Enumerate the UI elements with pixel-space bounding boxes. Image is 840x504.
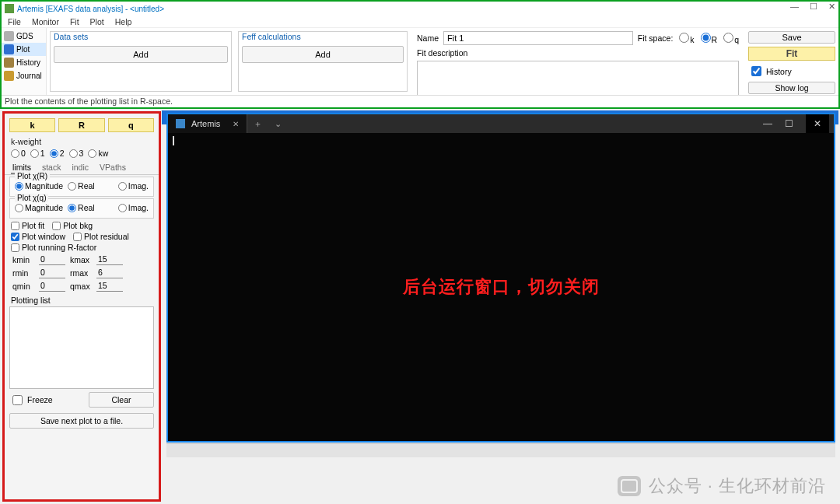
menu-help[interactable]: Help — [115, 17, 132, 26]
history-checkbox[interactable]: History — [748, 64, 835, 79]
minimize-icon[interactable]: — — [790, 2, 799, 12]
fitspace-label: Fit space: — [638, 33, 674, 43]
chk-plotwin[interactable]: Plot window — [11, 232, 65, 241]
plot-k-button[interactable]: k — [9, 118, 55, 132]
plot-icon — [4, 44, 14, 54]
sidebar-label-journal: Journal — [16, 72, 42, 80]
freeze-checkbox[interactable]: Freeze — [9, 393, 53, 408]
plot-q-button[interactable]: q — [108, 118, 154, 132]
console-tab-label: Artemis — [191, 119, 220, 128]
chk-plotres[interactable]: Plot residual — [73, 232, 129, 241]
qmin-input[interactable] — [39, 280, 65, 292]
console-dropdown-icon[interactable]: ⌄ — [268, 119, 288, 129]
datasets-add-button[interactable]: Add — [54, 46, 228, 63]
rmax-label: rmax — [70, 268, 92, 278]
qmax-input[interactable] — [96, 280, 123, 292]
sidebar-item-gds[interactable]: GDS — [2, 30, 46, 43]
menubar: File Monitor Fit Plot Help — [2, 16, 838, 28]
plotting-list-title: Plotting list — [5, 292, 159, 306]
chk-plotbkg[interactable]: Plot bkg — [52, 221, 93, 230]
feff-add-button[interactable]: Add — [242, 46, 404, 63]
console-tab-icon — [176, 119, 185, 128]
kw-3[interactable]: 3 — [69, 149, 84, 158]
qmin-label: qmin — [12, 282, 34, 291]
rmin-input[interactable] — [39, 267, 65, 278]
kweight-label: k-weight — [11, 137, 152, 146]
chiq-imag[interactable]: Imag. — [118, 203, 149, 212]
menu-monitor[interactable]: Monitor — [32, 17, 59, 26]
journal-icon — [4, 71, 14, 81]
tab-vpaths[interactable]: VPaths — [98, 162, 128, 174]
fitspace-r[interactable]: R — [698, 33, 718, 44]
menu-plot[interactable]: Plot — [90, 17, 104, 26]
menu-fit[interactable]: Fit — [70, 17, 79, 26]
plot-panel: k R q k-weight 0 1 2 3 kw limits stack i… — [2, 111, 161, 502]
fitspace-k[interactable]: k — [676, 33, 694, 44]
kw-2[interactable]: 2 — [50, 149, 65, 158]
fit-button[interactable]: Fit — [748, 47, 835, 61]
chi-q-group: Plot χ(q) Magnitude Real Imag. — [9, 198, 154, 219]
chir-mag[interactable]: Magnitude — [15, 181, 63, 191]
sidebar-label-plot: Plot — [16, 45, 30, 54]
close-icon[interactable]: ✕ — [828, 2, 835, 12]
artemis-main-window: Artemis [EXAFS data analysis] - <untitle… — [0, 0, 840, 109]
clear-button[interactable]: Clear — [89, 392, 154, 408]
fit-name-input[interactable] — [443, 31, 633, 45]
feff-pane: Feff calculations Add — [238, 31, 408, 92]
app-icon — [5, 4, 14, 13]
titlebar: Artemis [EXAFS data analysis] - <untitle… — [2, 2, 838, 16]
console-titlebar[interactable]: Artemis ✕ ＋ ⌄ — ☐ ✕ — [168, 114, 834, 133]
taskbar-strip — [166, 443, 835, 457]
console-maximize-icon[interactable]: ☐ — [785, 114, 793, 133]
kw-kw[interactable]: kw — [88, 149, 108, 158]
rmin-label: rmin — [12, 268, 34, 278]
fit-desc-textarea[interactable] — [417, 61, 739, 98]
chir-imag[interactable]: Imag. — [118, 181, 149, 191]
console-new-tab-icon[interactable]: ＋ — [247, 118, 268, 130]
showlog-button[interactable]: Show log — [748, 82, 835, 94]
window-title: Artemis [EXAFS data analysis] - <untitle… — [17, 5, 164, 13]
chiq-real[interactable]: Real — [68, 203, 95, 212]
fit-info-area: Name Fit space: k R q Fit description — [411, 28, 745, 95]
chi-q-title: Plot χ(q) — [15, 194, 48, 202]
sidebar-label-gds: GDS — [16, 32, 33, 40]
console-tab[interactable]: Artemis ✕ — [168, 114, 247, 133]
console-warning-text: 后台运行窗口，切勿关闭 — [403, 275, 600, 299]
console-window: Artemis ✕ ＋ ⌄ — ☐ ✕ 后台运行窗口，切勿关闭 — [166, 113, 835, 443]
kw-0[interactable]: 0 — [11, 149, 26, 158]
qmax-label: qmax — [70, 282, 92, 291]
chk-plotfit[interactable]: Plot fit — [11, 221, 44, 230]
plot-r-button[interactable]: R — [58, 118, 104, 132]
sidebar: GDS Plot History Journal — [2, 28, 47, 95]
rmax-input[interactable] — [96, 267, 123, 278]
chiq-mag[interactable]: Magnitude — [15, 203, 63, 212]
console-body[interactable]: 后台运行窗口，切勿关闭 — [168, 133, 834, 441]
right-column: Save Fit History Show log — [745, 28, 838, 95]
kw-1[interactable]: 1 — [30, 149, 45, 158]
kmax-input[interactable] — [96, 254, 123, 265]
chir-real[interactable]: Real — [68, 181, 95, 191]
console-close-icon[interactable]: ✕ — [806, 114, 829, 133]
watermark: 公众号 · 生化环材前沿 — [618, 474, 826, 498]
datasets-pane: Data sets Add — [50, 31, 232, 92]
chk-plotrf[interactable]: Plot running R-factor — [11, 243, 96, 252]
save-next-plot-button[interactable]: Save next plot to a file. — [9, 413, 154, 429]
console-tab-close-icon[interactable]: ✕ — [233, 120, 239, 128]
kweight-row: 0 1 2 3 kw — [11, 148, 152, 159]
datasets-title: Data sets — [51, 32, 231, 43]
sidebar-item-journal[interactable]: Journal — [2, 69, 46, 82]
maximize-icon[interactable]: ☐ — [810, 2, 817, 12]
sidebar-item-history[interactable]: History — [2, 56, 46, 69]
sidebar-item-plot[interactable]: Plot — [2, 43, 46, 56]
fit-desc-label: Fit description — [417, 48, 739, 58]
fitspace-group: Fit space: k R q — [638, 33, 739, 44]
watermark-text: 公众号 · 生化环材前沿 — [649, 474, 826, 498]
menu-file[interactable]: File — [8, 17, 21, 26]
save-button[interactable]: Save — [748, 31, 835, 44]
console-minimize-icon[interactable]: — — [763, 114, 772, 133]
plotting-list[interactable] — [9, 306, 154, 389]
sidebar-label-history: History — [16, 58, 40, 67]
fitspace-q[interactable]: q — [720, 33, 739, 44]
kmin-input[interactable] — [39, 254, 65, 265]
tab-indic[interactable]: indic — [70, 162, 90, 174]
